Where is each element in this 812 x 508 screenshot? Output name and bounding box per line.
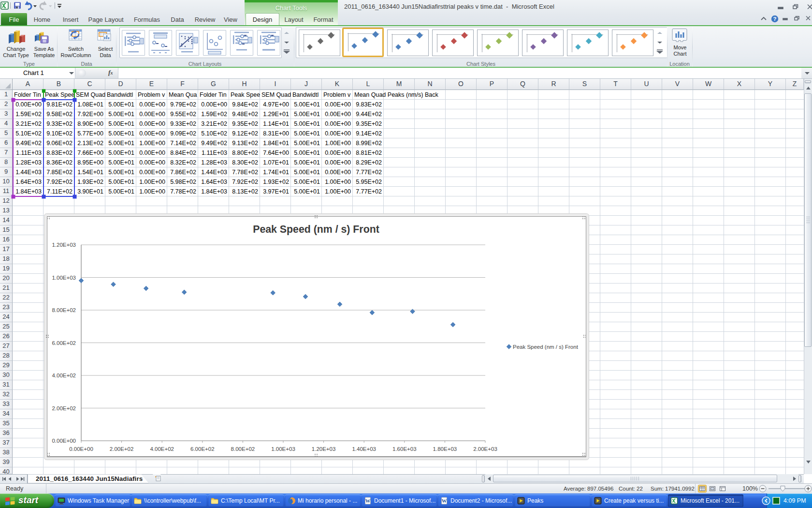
svg-text:1.60E+03: 1.60E+03 bbox=[392, 446, 417, 452]
svg-text:6.00E+02: 6.00E+02 bbox=[190, 446, 215, 452]
svg-text:2.00E+02: 2.00E+02 bbox=[52, 405, 76, 411]
svg-text:W: W bbox=[365, 498, 371, 504]
svg-text:0.00E+00: 0.00E+00 bbox=[69, 446, 93, 452]
svg-text:4.00E+02: 4.00E+02 bbox=[52, 373, 76, 378]
svg-text:1.40E+03: 1.40E+03 bbox=[352, 446, 376, 452]
svg-text:1.20E+03: 1.20E+03 bbox=[52, 242, 76, 248]
svg-text:W: W bbox=[442, 498, 447, 504]
svg-text:4.00E+02: 4.00E+02 bbox=[150, 446, 174, 452]
svg-text:8.00E+02: 8.00E+02 bbox=[52, 307, 76, 313]
svg-text:1.00E+03: 1.00E+03 bbox=[271, 446, 295, 452]
svg-text:2.00E+03: 2.00E+03 bbox=[473, 446, 497, 452]
svg-text:1.00E+03: 1.00E+03 bbox=[52, 275, 76, 281]
svg-text:0.00E+00: 0.00E+00 bbox=[52, 438, 76, 444]
svg-text:Peak Speed (nm / s) Front: Peak Speed (nm / s) Front bbox=[253, 224, 379, 235]
svg-text:Peak Speed (nm / s) Front: Peak Speed (nm / s) Front bbox=[513, 344, 579, 350]
svg-text:?: ? bbox=[773, 16, 776, 22]
svg-text:2.00E+02: 2.00E+02 bbox=[110, 446, 134, 452]
svg-text:6.00E+02: 6.00E+02 bbox=[52, 340, 76, 346]
svg-text:8.00E+02: 8.00E+02 bbox=[231, 446, 255, 452]
svg-text:1.20E+03: 1.20E+03 bbox=[312, 446, 336, 452]
svg-text:1.80E+03: 1.80E+03 bbox=[433, 446, 457, 452]
